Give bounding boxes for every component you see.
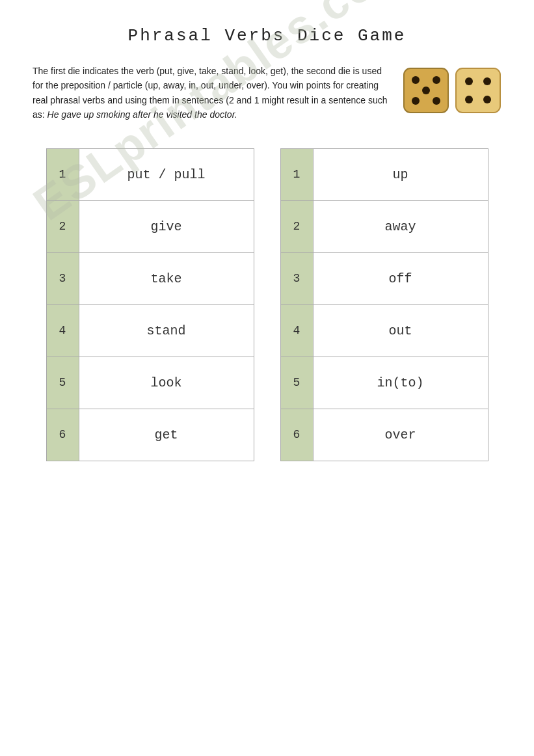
particles-table: 1 up 2 away 3 off 4 out 5 in(to) 6 over (280, 148, 488, 461)
row-word: give (79, 200, 254, 252)
tables-section: 1 put / pull 2 give 3 take 4 stand 5 loo… (33, 148, 501, 461)
svg-point-7 (465, 77, 473, 85)
svg-point-8 (483, 77, 491, 85)
table-row: 3 off (280, 252, 488, 304)
table-row: 4 out (280, 304, 488, 357)
row-word: over (313, 409, 488, 461)
row-number: 6 (280, 409, 313, 461)
row-number: 5 (280, 357, 313, 409)
die-1-icon (403, 67, 449, 114)
intro-section: The first die indicates the verb (put, g… (33, 64, 501, 122)
svg-point-5 (433, 97, 440, 105)
row-number: 2 (46, 200, 79, 252)
row-word: take (79, 252, 254, 304)
svg-point-2 (433, 76, 440, 84)
table-row: 1 up (280, 148, 488, 200)
page-title: Phrasal Verbs Dice Game (33, 26, 501, 46)
row-number: 4 (280, 304, 313, 357)
table-row: 6 get (46, 409, 254, 461)
table-row: 2 away (280, 200, 488, 252)
table-row: 4 stand (46, 304, 254, 357)
row-number: 3 (46, 252, 79, 304)
row-word: off (313, 252, 488, 304)
row-number: 4 (46, 304, 79, 357)
die-2-icon (455, 67, 501, 114)
row-number: 2 (280, 200, 313, 252)
svg-point-9 (465, 96, 473, 103)
row-word: away (313, 200, 488, 252)
row-word: out (313, 304, 488, 357)
row-number: 5 (46, 357, 79, 409)
verbs-table: 1 put / pull 2 give 3 take 4 stand 5 loo… (46, 148, 254, 461)
svg-point-10 (483, 96, 491, 103)
intro-text-italic: He gave up smoking after he visited the … (47, 109, 237, 120)
row-word: stand (79, 304, 254, 357)
row-number: 3 (280, 252, 313, 304)
table-row: 1 put / pull (46, 148, 254, 200)
row-word: up (313, 148, 488, 200)
row-number: 1 (280, 148, 313, 200)
svg-point-3 (422, 87, 430, 94)
dice-container (403, 67, 501, 114)
table-row: 5 in(to) (280, 357, 488, 409)
row-word: get (79, 409, 254, 461)
intro-text: The first die indicates the verb (put, g… (33, 64, 390, 122)
svg-point-4 (412, 97, 420, 105)
svg-point-1 (412, 76, 420, 84)
row-number: 6 (46, 409, 79, 461)
row-word: look (79, 357, 254, 409)
table-row: 5 look (46, 357, 254, 409)
row-number: 1 (46, 148, 79, 200)
table-row: 3 take (46, 252, 254, 304)
row-word: in(to) (313, 357, 488, 409)
table-row: 2 give (46, 200, 254, 252)
svg-rect-6 (456, 68, 500, 113)
row-word: put / pull (79, 148, 254, 200)
table-row: 6 over (280, 409, 488, 461)
